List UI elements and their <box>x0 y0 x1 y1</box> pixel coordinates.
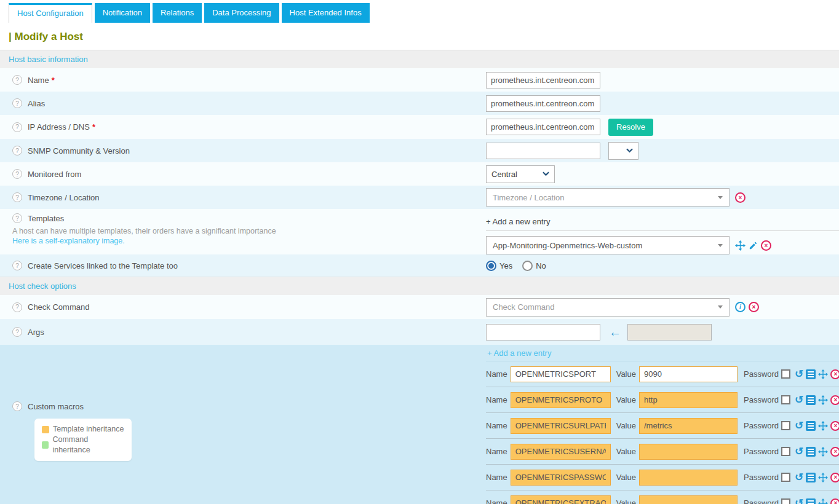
macro-value-input[interactable] <box>639 418 738 434</box>
macro-name-input[interactable] <box>511 392 611 408</box>
help-icon[interactable]: ? <box>12 146 22 156</box>
undo-icon[interactable]: ↺ <box>795 395 803 404</box>
macro-password-checkbox[interactable] <box>781 447 790 456</box>
name-input[interactable] <box>486 72 600 89</box>
help-icon[interactable]: ? <box>12 122 22 132</box>
macro-name-input[interactable] <box>511 495 611 504</box>
yes-radio-label: Yes <box>499 261 512 270</box>
help-icon[interactable]: ? <box>12 327 22 337</box>
macro-name-label: Name <box>486 498 507 504</box>
help-icon[interactable]: ? <box>12 192 22 202</box>
macro-password-checkbox[interactable] <box>781 395 790 404</box>
template-select[interactable]: App-Monitoring-Openmetrics-Web-custom <box>486 236 730 254</box>
tab-host-configuration[interactable]: Host Configuration <box>9 3 92 23</box>
check-command-select[interactable]: Check Command <box>486 298 730 317</box>
move-icon[interactable] <box>818 447 828 457</box>
macro-name-input[interactable] <box>511 366 611 382</box>
macro-name-input[interactable] <box>511 418 611 434</box>
custom-macros-section: ? Custom macros Template inheritance Com… <box>0 345 839 504</box>
help-icon[interactable]: ? <box>12 213 22 223</box>
delete-icon[interactable]: × <box>830 395 839 405</box>
monitored-from-select[interactable]: Central <box>486 165 555 183</box>
macro-password-checkbox[interactable] <box>781 421 790 430</box>
alias-input[interactable] <box>486 95 600 112</box>
dropdown-arrow-icon <box>718 196 723 199</box>
macro-value-input[interactable] <box>639 366 738 382</box>
undo-icon[interactable]: ↺ <box>795 473 803 482</box>
help-icon[interactable]: ? <box>12 75 22 85</box>
no-radio-label: No <box>536 261 546 270</box>
timezone-select[interactable]: Timezone / Location <box>486 188 730 207</box>
macro-value-label: Value <box>616 421 636 430</box>
chevron-down-icon <box>626 148 633 153</box>
move-icon[interactable] <box>818 421 828 431</box>
delete-icon[interactable]: × <box>830 498 839 504</box>
tab-host-extended-infos[interactable]: Host Extended Infos <box>282 3 370 23</box>
dropdown-arrow-icon <box>718 305 723 309</box>
delete-icon[interactable]: × <box>830 447 839 457</box>
macro-row: Name Value Password ↺ × <box>486 465 839 490</box>
delete-icon[interactable]: × <box>830 473 839 482</box>
create-services-yes-radio[interactable] <box>486 261 496 271</box>
macro-value-input[interactable] <box>639 495 738 504</box>
args-input[interactable] <box>486 324 600 341</box>
create-services-no-radio[interactable] <box>522 261 533 271</box>
clear-icon[interactable]: × <box>735 192 746 203</box>
macro-add-entry-link[interactable]: + Add a new entry <box>486 345 839 361</box>
list-icon[interactable] <box>806 395 816 405</box>
macro-name-input[interactable] <box>511 470 611 486</box>
list-icon[interactable] <box>806 473 816 482</box>
form-row-monitored-from: ? Monitored from Central <box>0 162 839 186</box>
delete-icon[interactable]: × <box>761 240 771 251</box>
macro-password-checkbox[interactable] <box>781 498 790 504</box>
list-icon[interactable] <box>806 447 816 457</box>
monitored-from-label: Monitored from <box>28 170 81 179</box>
templates-help-link[interactable]: Here is a self-explanatory image. <box>12 237 486 245</box>
undo-icon[interactable]: ↺ <box>795 421 803 430</box>
delete-icon[interactable]: × <box>830 369 839 379</box>
macro-value-input[interactable] <box>639 444 738 460</box>
macro-password-checkbox[interactable] <box>781 369 790 379</box>
move-icon[interactable] <box>818 498 828 504</box>
snmp-version-select[interactable] <box>608 142 638 160</box>
ip-address-input[interactable] <box>486 119 600 135</box>
macro-name-label: Name <box>486 473 507 482</box>
delete-icon[interactable]: × <box>830 421 839 431</box>
templates-add-entry-link[interactable]: + Add a new entry <box>486 213 839 231</box>
left-arrow-icon: ← <box>609 325 621 339</box>
move-icon[interactable] <box>735 240 746 251</box>
required-marker: * <box>52 76 55 85</box>
tab-relations[interactable]: Relations <box>153 3 202 23</box>
custom-macros-label: Custom macros <box>28 402 84 411</box>
help-icon[interactable]: ? <box>12 401 22 411</box>
macro-name-input[interactable] <box>511 444 611 460</box>
list-icon[interactable] <box>806 421 816 431</box>
tab-data-processing[interactable]: Data Processing <box>204 3 279 23</box>
help-icon[interactable]: ? <box>12 98 22 108</box>
ip-address-label: IP Address / DNS <box>28 122 90 132</box>
edit-icon[interactable] <box>749 241 758 250</box>
form-row-timezone: ? Timezone / Location Timezone / Locatio… <box>0 186 839 209</box>
list-icon[interactable] <box>806 369 816 379</box>
tab-notification[interactable]: Notification <box>95 3 150 23</box>
undo-icon[interactable]: ↺ <box>795 447 803 456</box>
move-icon[interactable] <box>818 473 828 482</box>
move-icon[interactable] <box>818 369 828 379</box>
list-icon[interactable] <box>806 498 816 504</box>
dropdown-arrow-icon <box>718 244 723 247</box>
help-icon[interactable]: ? <box>12 169 22 179</box>
info-icon[interactable]: i <box>735 302 746 312</box>
clear-icon[interactable]: × <box>749 302 759 312</box>
undo-icon[interactable]: ↺ <box>795 498 803 504</box>
macro-value-label: Value <box>616 447 636 456</box>
snmp-community-input[interactable] <box>486 143 600 159</box>
resolve-button[interactable]: Resolve <box>608 119 653 136</box>
template-inheritance-label: Template inheritance <box>53 424 124 435</box>
macro-password-checkbox[interactable] <box>781 473 790 482</box>
macro-value-input[interactable] <box>639 392 738 408</box>
undo-icon[interactable]: ↺ <box>795 369 803 379</box>
macro-value-input[interactable] <box>639 470 738 486</box>
help-icon[interactable]: ? <box>12 302 22 312</box>
move-icon[interactable] <box>818 395 828 405</box>
help-icon[interactable]: ? <box>12 261 22 270</box>
